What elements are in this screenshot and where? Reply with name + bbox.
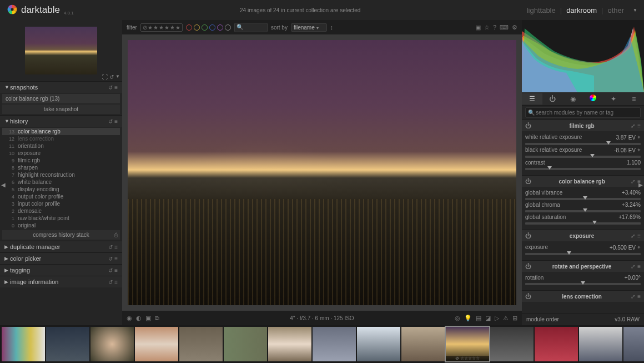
view-darkroom[interactable]: darkroom bbox=[566, 6, 597, 14]
filmstrip-thumb[interactable] bbox=[268, 327, 311, 361]
history-item[interactable]: 8sharpen bbox=[2, 164, 120, 171]
duplicate-icon[interactable]: ⧉ bbox=[155, 315, 159, 322]
star-icon[interactable]: ★ bbox=[164, 24, 169, 31]
filmstrip-thumb[interactable] bbox=[224, 327, 267, 361]
take-snapshot-button[interactable]: take snapshot bbox=[2, 105, 120, 114]
filmstrip-thumb[interactable]: ⊘ ☆☆☆☆☆ bbox=[446, 327, 489, 361]
overlay-icon[interactable]: ▣ bbox=[145, 315, 151, 322]
tab-effect[interactable]: ≡ bbox=[623, 93, 644, 105]
expand-icon[interactable]: ⤢ bbox=[631, 233, 635, 239]
param-exposure[interactable]: exposure +0.500 EV⌖ bbox=[525, 244, 641, 255]
power-icon[interactable]: ⏻ bbox=[525, 263, 533, 270]
overlay-icon[interactable]: ▣ bbox=[475, 24, 481, 31]
menu-icon[interactable]: ≡ bbox=[114, 279, 118, 285]
reset-icon[interactable]: ↺ bbox=[108, 256, 113, 262]
section-header-color-picker[interactable]: ▶ color picker ↺≡ bbox=[0, 253, 122, 264]
menu-icon[interactable]: ≡ bbox=[114, 84, 118, 91]
module-order-value[interactable]: v3.0 RAW bbox=[615, 316, 640, 322]
color-label-dot[interactable] bbox=[225, 24, 231, 31]
slider[interactable] bbox=[525, 168, 641, 170]
filmstrip-thumb[interactable] bbox=[357, 327, 400, 361]
guides-icon[interactable]: ⊞ bbox=[512, 315, 517, 322]
menu-icon[interactable]: ≡ bbox=[114, 244, 118, 250]
section-header-tagging[interactable]: ▶ tagging ↺≡ bbox=[0, 265, 122, 276]
view-other[interactable]: other bbox=[607, 6, 624, 14]
quick-access-icon[interactable]: ◉ bbox=[127, 315, 132, 322]
power-icon[interactable]: ⏻ bbox=[525, 293, 533, 300]
filmstrip-thumb[interactable] bbox=[579, 327, 622, 361]
menu-icon[interactable]: ≡ bbox=[114, 267, 118, 274]
module-rotate-header[interactable]: ⏻ rotate and perspective ⤢≡ bbox=[522, 261, 644, 272]
param-white-relative-exposure[interactable]: white relative exposure 3.87 EV⌖ bbox=[525, 134, 641, 145]
history-item[interactable]: 9filmic rgb bbox=[2, 157, 120, 164]
section-header-image-information[interactable]: ▶ image information ↺≡ bbox=[0, 276, 122, 287]
history-item[interactable]: 7highlight reconstruction bbox=[2, 171, 120, 178]
picker-icon[interactable]: ⌖ bbox=[637, 134, 641, 141]
slider[interactable] bbox=[525, 210, 641, 212]
history-item[interactable]: 3input color profile bbox=[2, 200, 120, 207]
history-item[interactable]: 4output color profile bbox=[2, 193, 120, 200]
menu-icon[interactable]: ≡ bbox=[637, 263, 641, 270]
slider[interactable] bbox=[525, 222, 641, 225]
expand-left-icon[interactable]: ◀ bbox=[1, 182, 6, 188]
color-label-dot[interactable] bbox=[202, 24, 208, 31]
slider[interactable] bbox=[525, 253, 641, 255]
filmstrip-thumb[interactable] bbox=[179, 327, 223, 361]
filmstrip-thumb[interactable] bbox=[90, 327, 134, 361]
slider[interactable] bbox=[525, 156, 641, 158]
star-icon[interactable]: ☆ bbox=[484, 24, 490, 31]
star-icon[interactable]: ★ bbox=[153, 24, 158, 31]
gamut-icon[interactable]: ▷ bbox=[495, 315, 499, 322]
sort-select[interactable]: filename ▾ bbox=[291, 23, 327, 32]
power-icon[interactable]: ⏻ bbox=[525, 178, 533, 185]
color-label-dot[interactable] bbox=[194, 24, 200, 31]
help-icon[interactable]: ? bbox=[493, 24, 496, 31]
picker-icon[interactable]: ⌖ bbox=[637, 244, 641, 251]
expand-right-icon[interactable]: ▶ bbox=[638, 182, 643, 188]
softproof-icon[interactable]: ▤ bbox=[476, 315, 481, 322]
history-item[interactable]: 5display encoding bbox=[2, 186, 120, 193]
tab-active[interactable]: ⏻ bbox=[542, 93, 563, 105]
reject-icon[interactable]: ⊘ bbox=[143, 24, 147, 31]
color-label-dot[interactable] bbox=[217, 24, 223, 31]
module-exposure-header[interactable]: ⏻ exposure ⤢≡ bbox=[522, 230, 644, 241]
thumb-stars[interactable]: ⊘ ☆☆☆☆☆ bbox=[446, 356, 489, 361]
module-lens-header[interactable]: ⏻ lens correction ⤢≡ bbox=[522, 291, 644, 302]
star-filter[interactable]: ⊘ ★ ★ ★ ★ ★ ★ bbox=[140, 23, 183, 32]
slider[interactable] bbox=[525, 198, 641, 200]
image-canvas[interactable] bbox=[122, 34, 522, 311]
param-global-vibrance[interactable]: global vibrance +3.40% bbox=[525, 190, 641, 200]
tab-correct[interactable]: ✦ bbox=[603, 93, 624, 105]
filmstrip-thumb[interactable] bbox=[535, 327, 578, 361]
expand-icon[interactable]: ⤢ bbox=[631, 294, 635, 300]
color-label-dot[interactable] bbox=[186, 24, 192, 31]
param-contrast[interactable]: contrast 1.100 bbox=[525, 160, 641, 170]
star-icon[interactable]: ★ bbox=[175, 24, 180, 31]
reset-icon[interactable]: ↺ bbox=[108, 267, 113, 274]
fullscreen-icon[interactable]: ⛶ bbox=[102, 74, 108, 80]
navigation-preview[interactable]: ⛶ ↺ ▼ bbox=[0, 20, 122, 81]
warning-icon[interactable]: ⚠ bbox=[503, 315, 509, 322]
reset-icon[interactable]: ↺ bbox=[108, 118, 113, 125]
filmstrip-thumb[interactable] bbox=[313, 327, 356, 361]
history-item[interactable]: 0original bbox=[2, 222, 120, 229]
history-item[interactable]: 1raw black/white point bbox=[2, 215, 120, 222]
history-item[interactable]: 13color balance rgb bbox=[2, 128, 120, 135]
picker-icon[interactable]: ⌖ bbox=[637, 147, 641, 153]
param-black-relative-exposure[interactable]: black relative exposure -8.08 EV⌖ bbox=[525, 147, 641, 158]
history-item[interactable]: 10exposure bbox=[2, 150, 120, 157]
menu-icon[interactable]: ≡ bbox=[637, 123, 641, 129]
power-icon[interactable]: ⏻ bbox=[525, 122, 533, 129]
expand-icon[interactable]: ⤢ bbox=[631, 123, 635, 129]
star-icon[interactable]: ★ bbox=[148, 24, 153, 31]
reset-icon[interactable]: ↺ bbox=[108, 244, 113, 250]
expand-icon[interactable]: ⤢ bbox=[631, 178, 635, 185]
module-filmic-header[interactable]: ⏻ filmic rgb ⤢≡ bbox=[522, 120, 644, 131]
reset-icon[interactable]: ↺ bbox=[108, 279, 113, 285]
section-header-duplicate-manager[interactable]: ▶ duplicate manager ↺≡ bbox=[0, 241, 122, 252]
star-icon[interactable]: ★ bbox=[170, 24, 175, 31]
sort-direction-icon[interactable]: ↕ bbox=[330, 24, 334, 31]
menu-icon[interactable]: ≡ bbox=[637, 294, 641, 300]
star-icon[interactable]: ★ bbox=[159, 24, 164, 31]
param-global-saturation[interactable]: global saturation +17.69% bbox=[525, 214, 641, 225]
